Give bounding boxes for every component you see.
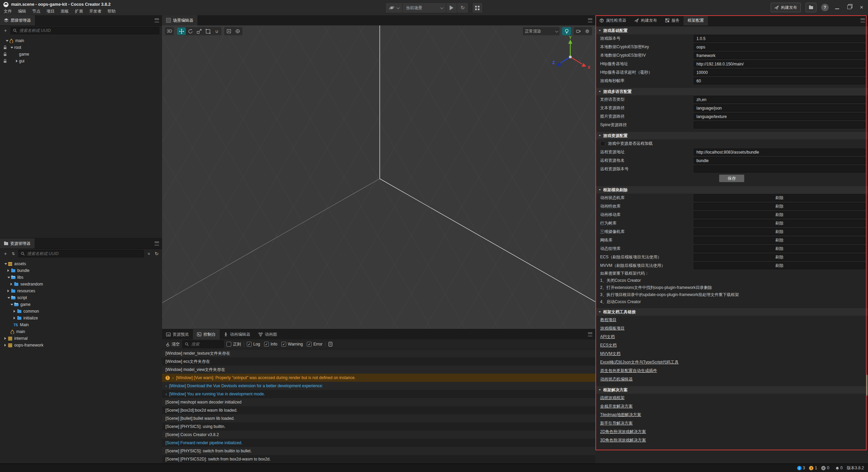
- scale-tool-button[interactable]: [195, 27, 203, 35]
- notification-counter[interactable]: 0: [835, 466, 843, 470]
- chevron-right-icon[interactable]: [14, 60, 19, 62]
- tab-inspector-3[interactable]: 框架配置: [684, 15, 708, 25]
- chevron-down-icon[interactable]: [7, 277, 11, 278]
- sort-assets-icon[interactable]: ⇅: [11, 252, 16, 256]
- asset-item-resources[interactable]: resources: [0, 288, 162, 294]
- chevron-right-icon[interactable]: ›: [172, 375, 173, 381]
- open-project-folder-button[interactable]: [806, 3, 816, 12]
- field-input[interactable]: language/json: [694, 104, 865, 112]
- add-asset-button[interactable]: +: [3, 251, 8, 256]
- menu-item-1[interactable]: 编辑: [15, 8, 29, 14]
- warning-counter[interactable]: ! 1: [809, 466, 817, 470]
- field-input[interactable]: 10000: [694, 69, 865, 76]
- chevron-right-icon[interactable]: [14, 317, 17, 319]
- tab-inspector-2[interactable]: 服务: [661, 15, 684, 25]
- chevron-right-icon[interactable]: [7, 290, 11, 292]
- doc-link[interactable]: 新手引导解决方案: [600, 420, 633, 426]
- field-input[interactable]: 1.0.5: [694, 35, 865, 42]
- hierarchy-item-main[interactable]: main: [0, 37, 162, 44]
- console-log-row[interactable]: ›[Window] You are running Vue in develop…: [162, 390, 595, 398]
- filter-assets-icon[interactable]: ≡: [146, 252, 152, 256]
- clear-console-button[interactable]: 清空: [165, 341, 180, 347]
- remove-module-button[interactable]: 剔除: [694, 203, 865, 210]
- field-input[interactable]: bundle: [694, 157, 865, 164]
- panel-menu-icon[interactable]: [588, 19, 592, 22]
- section-header[interactable]: 框架模块剔除: [595, 186, 868, 194]
- restart-button[interactable]: ↻: [457, 3, 468, 13]
- console-search-input[interactable]: [191, 341, 221, 347]
- move-tool-button[interactable]: [177, 27, 186, 35]
- field-input[interactable]: [694, 121, 865, 129]
- menu-item-4[interactable]: 面板: [58, 8, 72, 14]
- remove-module-button[interactable]: 剔除: [694, 211, 865, 218]
- regex-toggle[interactable]: 正则: [226, 341, 241, 347]
- filter-warning[interactable]: ✓Warning: [281, 342, 303, 347]
- console-log-row[interactable]: [Scene] [box2d]:box2d wasm lib loaded.: [162, 406, 595, 414]
- console-log-row[interactable]: [Scene] meshopt wasm decoder initialized: [162, 398, 595, 406]
- chevron-right-icon[interactable]: [7, 269, 11, 272]
- doc-link[interactable]: MVVM文档: [600, 351, 620, 357]
- menu-item-5[interactable]: 扩展: [72, 8, 86, 14]
- asset-item-oops-framework[interactable]: oops-framework: [0, 342, 162, 349]
- render-mode-dropdown[interactable]: 正常渲染: [523, 27, 559, 35]
- tab-assets[interactable]: 资源管理器: [0, 238, 35, 249]
- chevron-right-icon[interactable]: [4, 344, 8, 347]
- help-button[interactable]: ?: [821, 4, 829, 11]
- doc-link[interactable]: Excel格式转Json文件与TypeScript代码工具: [600, 359, 678, 365]
- assets-search-input[interactable]: [26, 251, 141, 256]
- checkbox-icon[interactable]: [600, 141, 605, 146]
- doc-link[interactable]: 原生包热更新配置自动生成插件: [600, 368, 657, 374]
- build-publish-button[interactable]: 构建发布: [771, 3, 801, 12]
- console-log-row[interactable]: !›[Window] [Vue warn]: Property "onInput…: [162, 374, 595, 382]
- play-button[interactable]: [446, 3, 457, 13]
- remove-module-button[interactable]: 剔除: [694, 254, 865, 261]
- chevron-right-icon[interactable]: ›: [165, 383, 166, 389]
- remove-module-button[interactable]: 剔除: [694, 194, 865, 201]
- scene-settings-button[interactable]: [583, 27, 592, 35]
- regex-checkbox[interactable]: [226, 342, 231, 347]
- tab-inspector-1[interactable]: 构建发布: [630, 15, 661, 25]
- asset-item-seedrandom[interactable]: seedrandom: [0, 281, 162, 288]
- field-input[interactable]: 60: [694, 77, 865, 84]
- panel-menu-icon[interactable]: [861, 19, 865, 22]
- hierarchy-search-input[interactable]: [19, 28, 157, 33]
- console-log-row[interactable]: [Scene] [PHYSICS2D]: switch from box2d-w…: [162, 455, 595, 463]
- doc-link[interactable]: 3D角色扮演游戏解决方案: [600, 437, 646, 443]
- hierarchy-item-gui[interactable]: gui: [0, 58, 162, 64]
- remove-module-button[interactable]: 剔除: [694, 245, 865, 252]
- console-log-row[interactable]: [Scene] [bullet]:bullet wasm lib loaded.: [162, 414, 595, 422]
- section-header[interactable]: 框架文档工具链接: [595, 308, 868, 316]
- field-input[interactable]: http://192.168.0.150/main/: [694, 60, 865, 67]
- section-header[interactable]: 框架解决方案: [595, 386, 868, 394]
- asset-item-libs[interactable]: libs: [0, 274, 162, 281]
- ui-transform-tool-button[interactable]: ∪: [212, 27, 221, 35]
- checkbox-icon[interactable]: ✓: [307, 342, 312, 347]
- chevron-down-icon[interactable]: [9, 47, 14, 48]
- asset-item-script[interactable]: script: [0, 294, 162, 301]
- tab-terminal[interactable]: 控制台: [193, 329, 220, 339]
- asset-item-internal[interactable]: internal: [0, 335, 162, 342]
- refresh-assets-icon[interactable]: ↻: [154, 251, 159, 256]
- tab-animation-editor[interactable]: 动画编辑器: [220, 329, 254, 339]
- menu-item-6[interactable]: 开发者: [86, 8, 104, 14]
- lighting-toggle-button[interactable]: [562, 27, 571, 35]
- orientation-gizmo[interactable]: Y X Z: [548, 35, 592, 79]
- tab-inspector-0[interactable]: 属性检查器: [595, 15, 630, 25]
- remove-module-button[interactable]: 剔除: [694, 237, 865, 244]
- asset-item-bundle[interactable]: bundle: [0, 267, 162, 274]
- doc-link[interactable]: Tiledmap地图解决方案: [600, 412, 641, 418]
- asset-item-game[interactable]: game: [0, 301, 162, 308]
- doc-link[interactable]: 教程项目: [600, 317, 616, 323]
- tab-preview[interactable]: 资源预览: [162, 329, 193, 339]
- hierarchy-search-box[interactable]: [11, 27, 159, 34]
- chevron-right-icon[interactable]: [14, 310, 17, 313]
- tab-scene-editor[interactable]: 场景编辑器: [162, 15, 197, 25]
- menu-item-0[interactable]: 文件: [1, 8, 15, 14]
- remove-module-button[interactable]: 剔除: [694, 262, 865, 269]
- rotate-tool-button[interactable]: [186, 27, 195, 35]
- close-button[interactable]: ×: [858, 4, 865, 11]
- panel-menu-icon[interactable]: [588, 333, 592, 336]
- asset-item-assets[interactable]: assets: [0, 260, 162, 267]
- scene-selector-dropdown[interactable]: 当前场景: [402, 3, 446, 13]
- preview-qr-button[interactable]: [472, 2, 483, 13]
